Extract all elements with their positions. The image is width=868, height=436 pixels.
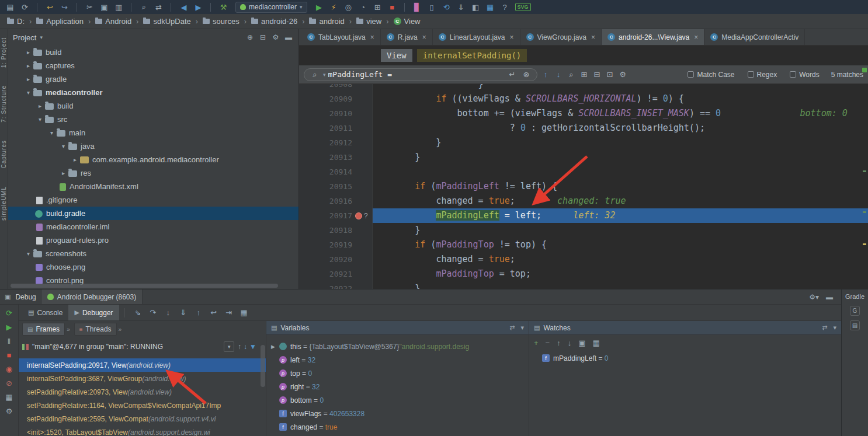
tab-overflow-icon[interactable]: » bbox=[67, 326, 70, 333]
gutter-20909[interactable]: 20909 bbox=[299, 92, 373, 106]
apply-changes-icon[interactable]: ⚡ bbox=[327, 1, 341, 13]
breadcrumb-item-view[interactable]: CView bbox=[393, 17, 422, 26]
tree-item-build[interactable]: ▸build bbox=[8, 46, 298, 59]
panel-options-icon[interactable]: ⇄ bbox=[822, 324, 827, 332]
step-over-icon[interactable]: ↷ bbox=[146, 308, 160, 317]
variable-top[interactable]: ptop = 0 bbox=[266, 367, 529, 380]
frame-row-init-1520[interactable]: <init>:1520, TabLayout$TabView (android.… bbox=[19, 425, 266, 436]
gutter-20913[interactable]: 20913 bbox=[299, 150, 373, 165]
gutter-20922[interactable]: 20922 bbox=[299, 281, 373, 289]
newline-icon[interactable]: ↵ bbox=[506, 70, 518, 79]
build-icon[interactable]: ⚒ bbox=[217, 1, 230, 13]
breadcrumb-item-sdkupdate[interactable]: sdkUpDate bbox=[142, 17, 192, 26]
step-out-icon[interactable]: ↑ bbox=[192, 308, 206, 317]
tool-window-button-7-structure[interactable]: 7: Structure bbox=[1, 85, 7, 123]
frame-down-icon[interactable]: ↓ bbox=[244, 343, 247, 351]
variable-this[interactable]: ▶this = {TabLayout$TabView@5367} "androi… bbox=[266, 340, 529, 353]
tree-item-choose-png[interactable]: choose.png bbox=[8, 260, 298, 274]
help-icon[interactable]: ? bbox=[498, 1, 512, 13]
stop-icon[interactable]: ■ bbox=[386, 1, 399, 13]
frame-row-setpaddingrelative-2595[interactable]: setPaddingRelative:2595, ViewCompat (and… bbox=[19, 412, 266, 425]
locate-file-icon[interactable]: ⊕ bbox=[245, 33, 255, 41]
chevron-down-icon[interactable]: ▾ bbox=[58, 143, 68, 149]
show-watches-icon[interactable]: ▦ bbox=[592, 339, 599, 347]
tree-item-screenshots[interactable]: ▾screenshots bbox=[8, 247, 298, 260]
debug-session-tab[interactable]: Android Debugger (8603) bbox=[41, 289, 143, 304]
gutter-20911[interactable]: 20911 bbox=[299, 121, 373, 135]
tool-window-button-captures[interactable]: Captures bbox=[1, 140, 7, 169]
close-icon[interactable]: × bbox=[422, 33, 426, 41]
forward-icon[interactable]: ▶ bbox=[192, 1, 205, 13]
tree-item-mediacontroller-iml[interactable]: mediacontroller.iml bbox=[8, 220, 298, 233]
copy-icon[interactable]: ▣ bbox=[98, 1, 111, 13]
project-structure-icon[interactable]: ◧ bbox=[469, 1, 482, 13]
breadcrumb-method-chip[interactable]: internalSetPadding() bbox=[417, 49, 527, 62]
chevron-right-icon[interactable]: ▸ bbox=[23, 76, 33, 82]
tool-window-button-1-project[interactable]: 1: Project bbox=[1, 37, 7, 68]
back-icon[interactable]: ◀ bbox=[177, 1, 190, 13]
close-icon[interactable]: × bbox=[591, 33, 595, 41]
gutter-20918[interactable]: 20918 bbox=[299, 223, 373, 238]
chevron-right-icon[interactable]: ▸ bbox=[58, 170, 68, 176]
gutter-20910[interactable]: 20910 bbox=[299, 106, 373, 121]
tab-threads[interactable]: ≡Threads bbox=[74, 323, 117, 336]
chevron-right-icon[interactable]: ▸ bbox=[23, 62, 33, 69]
tree-item-java[interactable]: ▾java bbox=[8, 139, 298, 153]
save-all-icon[interactable]: ▤ bbox=[4, 1, 17, 13]
chevron-right-icon[interactable]: ▸ bbox=[35, 103, 45, 109]
add-watch-icon[interactable]: + bbox=[534, 339, 539, 347]
rerun-icon[interactable]: ⟳ bbox=[6, 309, 12, 317]
editor-error-stripe[interactable] bbox=[860, 65, 868, 289]
thread-selector[interactable]: "main"@4,677 in group "main": RUNNING ▼ … bbox=[19, 337, 266, 356]
panel-options-icon[interactable]: ⇄ bbox=[509, 324, 515, 332]
tree-item-main[interactable]: ▾main bbox=[8, 126, 298, 139]
settings-icon[interactable]: ⚙ bbox=[6, 407, 13, 415]
frame-row-setpaddingrelative-1164[interactable]: setPaddingRelative:1164, ViewCompat$View… bbox=[19, 399, 266, 412]
chevron-right-icon[interactable]: ▸ bbox=[70, 156, 80, 163]
chevron-down-icon[interactable]: ▾ bbox=[23, 250, 33, 257]
tab-debugger[interactable]: ▶Debugger bbox=[68, 305, 119, 320]
breadcrumb-item-sources[interactable]: sources bbox=[202, 17, 241, 26]
hide-panel-icon[interactable]: ▬ bbox=[283, 33, 294, 41]
tab-viewgroup-java[interactable]: CViewGroup.java× bbox=[520, 29, 602, 45]
sync-icon[interactable]: ⟳ bbox=[18, 1, 32, 13]
gutter-20914[interactable]: 20914 bbox=[299, 165, 373, 179]
coverage-icon[interactable]: ◎ bbox=[342, 1, 355, 13]
close-icon[interactable]: × bbox=[370, 33, 374, 41]
select-all-occurrences-icon[interactable]: ⊡ bbox=[604, 70, 616, 79]
tree-item-res[interactable]: ▸res bbox=[8, 166, 298, 180]
chevron-down-icon[interactable]: ▾ bbox=[47, 130, 57, 136]
panel-collapse-icon[interactable]: ▾ bbox=[833, 324, 836, 332]
run-icon[interactable]: ▶ bbox=[313, 1, 326, 13]
tree-item-com-example-android-mediacontroller[interactable]: ▸com.example.android.mediacontroller bbox=[8, 153, 298, 166]
show-execution-point-icon[interactable]: ⇘ bbox=[131, 308, 145, 317]
breakpoint-icon[interactable] bbox=[355, 212, 362, 219]
frames-scrollbar[interactable] bbox=[261, 345, 265, 387]
close-icon[interactable]: × bbox=[694, 33, 698, 41]
panel-collapse-icon[interactable]: ▾ bbox=[520, 324, 524, 332]
sdk-manager-icon[interactable]: ⇓ bbox=[454, 1, 468, 13]
gutter-20917[interactable]: 20917? bbox=[299, 208, 373, 223]
project-view-selector[interactable]: Project bbox=[13, 33, 36, 42]
frame-up-icon[interactable]: ↑ bbox=[238, 343, 241, 351]
tree-item-captures[interactable]: ▸captures bbox=[8, 59, 298, 72]
gutter-20915[interactable]: 20915 bbox=[299, 179, 373, 194]
tree-item-build[interactable]: ▸build bbox=[8, 99, 298, 113]
chevron-right-icon[interactable]: ▶ bbox=[271, 344, 279, 350]
svg-badge[interactable]: SVG bbox=[515, 3, 531, 11]
close-icon[interactable]: × bbox=[510, 33, 514, 41]
gradle-sync-icon[interactable]: ⟲ bbox=[440, 1, 453, 13]
run-to-cursor-icon[interactable]: ⇥ bbox=[222, 308, 236, 317]
clear-search-icon[interactable]: ⊗ bbox=[520, 70, 532, 79]
breadcrumb-item-view[interactable]: view bbox=[355, 17, 383, 26]
gradle-icon[interactable]: G bbox=[850, 306, 860, 316]
tree-item-gitignore[interactable]: .gitignore bbox=[8, 193, 298, 207]
find-in-selection-icon[interactable]: ⌕ bbox=[565, 70, 577, 79]
captures-icon[interactable]: ▊ bbox=[411, 1, 424, 13]
drop-frame-icon[interactable]: ↩ bbox=[207, 308, 221, 317]
tab-mediaappcontrolleractiv[interactable]: CMediaAppControllerActiv bbox=[704, 29, 805, 45]
remove-occurrence-icon[interactable]: ⊟ bbox=[591, 70, 603, 79]
stop-icon[interactable]: ■ bbox=[7, 351, 12, 359]
settings-icon[interactable]: ⚙ bbox=[270, 33, 281, 41]
breadcrumb-item-android[interactable]: Android bbox=[94, 17, 133, 26]
